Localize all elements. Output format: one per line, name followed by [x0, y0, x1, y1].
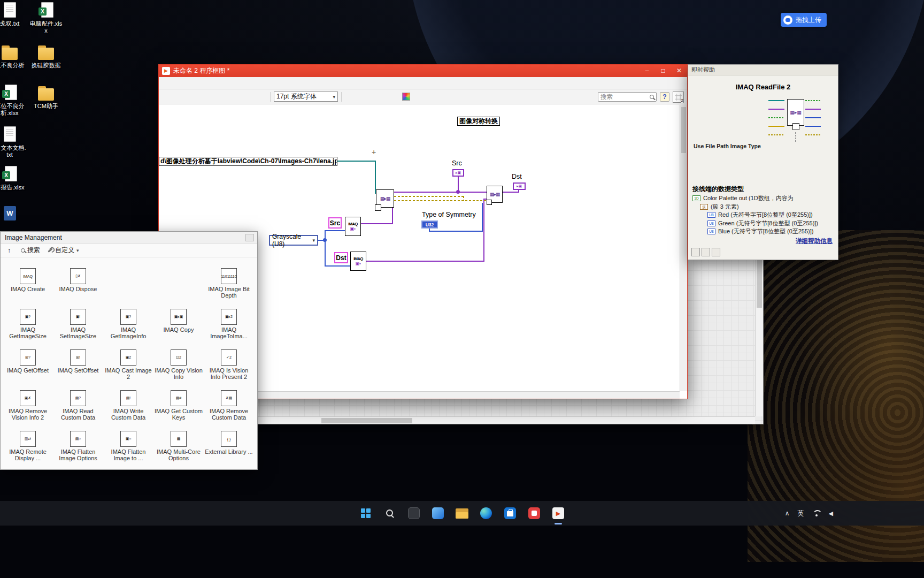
toolbar-button[interactable] — [244, 92, 255, 102]
desktop-icon[interactable]: 年报告.xlsx — [0, 166, 27, 191]
palette-up-button[interactable]: ↑ — [5, 246, 13, 255]
diagram-frame-label[interactable]: 图像对称转换 — [457, 117, 500, 126]
palette-item[interactable]: ▥⇄ IMAQ Remote Display ... — [3, 429, 53, 469]
palette-item[interactable]: IMAQ IMAQ Create — [3, 266, 53, 306]
toolbar-button[interactable] — [162, 92, 173, 102]
maximize-button[interactable]: □ — [655, 65, 671, 77]
toolbar-dropdown-button[interactable] — [374, 92, 387, 102]
microsoft-store-button[interactable] — [500, 504, 520, 523]
diagram-wire-u32[interactable] — [429, 231, 483, 232]
diagram-wire-ring[interactable] — [325, 230, 346, 231]
palette-item[interactable]: ⊡2 IMAQ Copy Vision Info — [153, 347, 204, 387]
image-type-ring-constant[interactable]: Grayscale (U8) ▾ — [269, 235, 318, 246]
desktop-icon[interactable]: 换硅胶数据 — [29, 44, 63, 69]
palette-item[interactable]: ▣▸2 IMAQ ImageToIma... — [204, 307, 254, 347]
toolbar-button[interactable] — [233, 92, 243, 102]
detailed-help-link[interactable]: 详细帮助信息 — [796, 237, 833, 245]
diagram-vertical-scrollbar[interactable] — [680, 105, 687, 391]
diagram-wire-image[interactable] — [518, 190, 519, 193]
front-panel-horizontal-scrollbar[interactable] — [252, 416, 755, 424]
diagram-wire-error[interactable] — [394, 200, 487, 201]
help-titlebar[interactable]: 即时帮助 — [688, 65, 838, 75]
u32-constant[interactable]: U32 — [421, 220, 438, 229]
type-of-symmetry-label[interactable]: Type of Symmetry — [422, 211, 476, 218]
diagram-wire-path[interactable] — [337, 161, 375, 162]
scrollbar-thumb[interactable] — [321, 418, 412, 423]
palette-item[interactable]: 11011110 IMAQ Image Bit Depth — [204, 266, 254, 306]
diagram-wire-image[interactable] — [361, 223, 393, 224]
drag-upload-button[interactable]: 拖拽上传 — [781, 13, 827, 27]
palette-item[interactable]: ▣▸▣ IMAQ Copy — [153, 307, 204, 347]
desktop-icon[interactable]: 电脑配件.xlsx — [29, 2, 63, 34]
file-path-constant[interactable]: d\图像处理分析基于labview\Code\Ch-07\Images-Ch7\… — [159, 157, 337, 166]
start-button[interactable] — [356, 504, 375, 523]
imaq-symmetry-subnode[interactable] — [487, 200, 492, 205]
edge-browser-button[interactable] — [476, 504, 496, 523]
diagram-wire-path[interactable] — [375, 161, 376, 194]
palette-item[interactable]: ▤≈ IMAQ Flatten Image Options — [53, 429, 103, 469]
toolbar-button[interactable] — [221, 92, 232, 102]
diagram-wire-image[interactable] — [366, 261, 484, 262]
palette-search-button[interactable]: 搜索 — [21, 246, 40, 255]
labview-taskbar-button[interactable]: ▶ — [549, 504, 568, 523]
toolbar-search-input[interactable]: 搜索 — [598, 92, 657, 102]
desktop-icon[interactable]: 建 文本文档.txt — [0, 126, 27, 158]
dst-indicator-label[interactable]: Dst — [512, 173, 522, 180]
diagram-wire-u32[interactable] — [482, 203, 483, 232]
imaq-readfile-subnode[interactable] — [375, 204, 381, 211]
palette-item[interactable]: ✗▤ IMAQ Remove Custom Data — [204, 388, 254, 428]
diagram-wire-image[interactable] — [483, 199, 484, 262]
taskbar-app-red[interactable] — [525, 504, 544, 523]
colors-button[interactable] — [402, 93, 410, 101]
toolbar-dropdown-button[interactable] — [345, 92, 358, 102]
desktop-icon[interactable]: 立不良分析 — [0, 44, 27, 69]
palette-item[interactable]: ▦ IMAQ Multi-Core Options — [153, 429, 204, 469]
palette-item[interactable]: ▤! IMAQ Write Custom Data — [103, 388, 153, 428]
toolbar-dropdown-button[interactable] — [359, 92, 372, 102]
help-footer-button[interactable] — [702, 248, 710, 256]
help-footer-button[interactable] — [691, 248, 700, 256]
taskbar-app-blue[interactable] — [428, 504, 448, 523]
palette-item[interactable]: ▤# IMAQ Get Custom Keys — [153, 388, 204, 428]
file-explorer-button[interactable] — [452, 504, 472, 523]
window-titlebar[interactable]: ▶ 未命名 2 程序框图 * – □ ✕ — [159, 65, 687, 77]
font-selector[interactable]: 17pt 系统字体 ▾ — [274, 92, 338, 102]
toolbar-button[interactable] — [174, 92, 184, 102]
scrollbar-thumb[interactable] — [681, 107, 686, 153]
src-image-terminal[interactable]: ▸▣ — [452, 169, 464, 177]
palette-customize-button[interactable]: 自定义 ▾ — [48, 246, 79, 255]
palette-item[interactable]: ⊞? IMAQ GetOffset — [3, 347, 53, 387]
show-panel-button[interactable]: 2 — [673, 92, 684, 103]
diagram-wire-image[interactable] — [394, 192, 488, 193]
diagram-wire-image[interactable] — [503, 192, 519, 193]
src-string-constant[interactable]: Src — [328, 217, 342, 229]
imaq-create-node-dst[interactable]: IMAQ ▣▪ — [350, 252, 366, 271]
imaq-create-node-src[interactable]: IMAQ ▣▪ — [345, 217, 361, 236]
palette-item[interactable]: ▤? IMAQ Read Custom Data — [53, 388, 103, 428]
palette-item[interactable]: ▣✗ IMAQ Remove Vision Info 2 — [3, 388, 53, 428]
toolbar-button[interactable] — [209, 92, 220, 102]
diagram-wire-error[interactable] — [463, 196, 464, 201]
desktop-icon[interactable]: 戋双.txt — [0, 2, 27, 27]
palette-item[interactable]: ⊞! IMAQ SetOffset — [53, 347, 103, 387]
desktop-icon[interactable] — [0, 206, 27, 224]
toolbar-button[interactable] — [256, 92, 267, 102]
diagram-wire-ring[interactable] — [325, 240, 326, 267]
tray-chevron[interactable]: ∧ — [785, 509, 790, 517]
toolbar-button[interactable] — [197, 92, 208, 102]
wifi-icon[interactable] — [812, 510, 821, 517]
palette-item[interactable]: ▣2 IMAQ Cast Image 2 — [103, 347, 153, 387]
desktop-icon[interactable]: 工位不良分析.xlsx — [0, 85, 27, 116]
pin-button[interactable] — [245, 234, 254, 241]
help-footer-button[interactable] — [712, 248, 720, 256]
palette-item[interactable]: ▣! IMAQ SetImageSize — [53, 307, 103, 347]
context-help-button[interactable]: ? — [660, 92, 669, 102]
scrollbar-thumb[interactable] — [757, 260, 762, 308]
dst-image-terminal[interactable]: ▸▣ — [513, 182, 526, 190]
palette-item[interactable]: ✓2 IMAQ Is Vision Info Present 2 — [204, 347, 254, 387]
palette-item[interactable]: ▣? IMAQ GetImageSize — [3, 307, 53, 347]
toolbar-dropdown-button[interactable] — [388, 92, 401, 102]
diagram-wire-error[interactable] — [394, 196, 464, 197]
palette-titlebar[interactable]: Image Management — [1, 232, 257, 244]
ime-indicator[interactable]: 英 — [798, 509, 804, 518]
